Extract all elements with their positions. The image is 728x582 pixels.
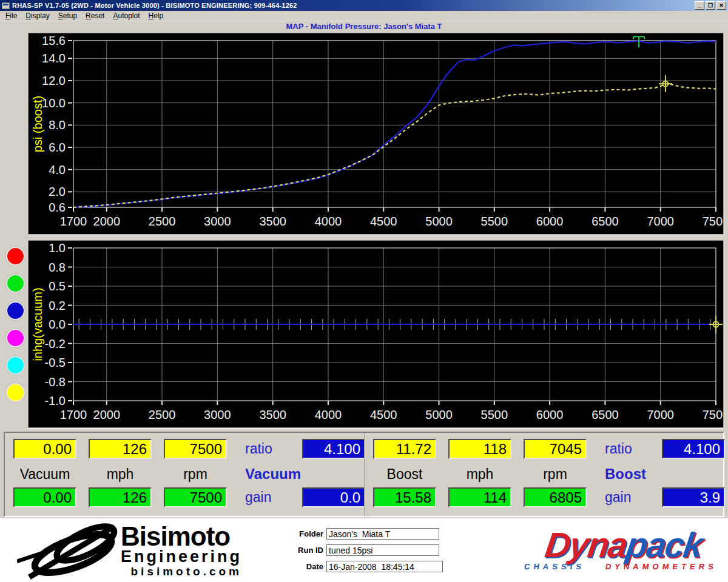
boost-group-title: Boost xyxy=(599,466,650,483)
window-title: RHAS-SP V1.7-05 (2WD - Motor Vehicle 300… xyxy=(12,2,297,9)
run-color-selector xyxy=(6,247,27,410)
vacuum-green-value: 0.00 xyxy=(13,487,76,507)
vacuum-ylabel: inhg(vacuum) xyxy=(31,287,44,361)
menu-setup[interactable]: Setup xyxy=(54,11,81,21)
svg-text:2500: 2500 xyxy=(149,215,176,228)
boost-plot: 15.614.012.010.08.06.04.02.00.6170020002… xyxy=(29,33,723,234)
boost-col-label: Boost xyxy=(373,466,436,483)
svg-text:0.2: 0.2 xyxy=(49,299,66,312)
boost-green-value: 15.58 xyxy=(373,487,436,507)
menu-display[interactable]: Display xyxy=(21,11,53,21)
date-label: Date xyxy=(292,562,323,571)
bisimoto-sub: Engineering xyxy=(121,549,242,565)
boost-previous-run xyxy=(73,84,716,207)
svg-text:2.0: 2.0 xyxy=(49,185,66,198)
svg-text:-0.2: -0.2 xyxy=(45,337,66,350)
bisimoto-logo: Bisimoto Engineering bisimoto.com xyxy=(17,521,287,580)
menu-file[interactable]: File xyxy=(1,11,21,21)
svg-text:-0.8: -0.8 xyxy=(45,375,66,389)
vacuum-ratio-label: ratio xyxy=(239,441,290,457)
svg-text:6000: 6000 xyxy=(536,215,564,228)
menu-autoplot[interactable]: Autoplot xyxy=(109,11,144,21)
svg-text:7000: 7000 xyxy=(647,215,674,228)
svg-text:4.0: 4.0 xyxy=(49,163,66,176)
svg-text:4000: 4000 xyxy=(315,408,342,421)
svg-text:0.5: 0.5 xyxy=(49,279,66,293)
run-id-input[interactable] xyxy=(326,544,439,556)
dynapack-subtitle: CHASSIS DYNAMOMETERS xyxy=(524,562,718,571)
dynapack-word2: pack xyxy=(624,525,705,564)
readout-panel: 0.00 126 7500 ratio 4.100 Vacuum mph rpm… xyxy=(4,432,724,517)
svg-text:5000: 5000 xyxy=(425,408,453,421)
bisimoto-wordmark: Bisimoto Engineering bisimoto.com xyxy=(121,523,242,577)
vacuum-yellow-value: 0.00 xyxy=(13,439,76,459)
dot-blue-button[interactable] xyxy=(6,301,25,320)
mph-col-label: mph xyxy=(89,466,152,483)
svg-text:7500: 7500 xyxy=(703,408,723,421)
app-icon xyxy=(2,2,10,9)
vacuum-gain-value: 0.0 xyxy=(302,487,365,507)
vacuum-yellow-mph: 126 xyxy=(89,439,152,459)
close-button[interactable]: ✕ xyxy=(716,1,726,10)
svg-text:4500: 4500 xyxy=(370,408,397,421)
boost-gain-value: 3.9 xyxy=(662,487,725,507)
svg-text:6000: 6000 xyxy=(536,408,564,421)
svg-text:0.8: 0.8 xyxy=(49,261,66,274)
svg-text:10.0: 10.0 xyxy=(42,96,66,110)
svg-text:1.0: 1.0 xyxy=(49,241,66,255)
bisimoto-name: Bisimoto xyxy=(121,523,242,550)
vacuum-plot: 1.00.80.50.20.0-0.2-0.5-0.8-1.0170020002… xyxy=(29,241,723,427)
boost-ylabel: psi (boost) xyxy=(31,96,44,152)
bisimoto-swoosh-icon xyxy=(17,521,129,580)
menu-help[interactable]: Help xyxy=(144,11,168,21)
boost-green-rpm: 6805 xyxy=(524,487,587,507)
menubar: File Display Setup Reset Autoplot Help xyxy=(0,11,728,21)
boost-chart[interactable]: 15.614.012.010.08.06.04.02.00.6170020002… xyxy=(28,33,724,235)
vacuum-ratio-value: 4.100 xyxy=(302,439,365,459)
svg-text:6500: 6500 xyxy=(592,408,619,421)
svg-text:0.6: 0.6 xyxy=(49,201,66,214)
date-input[interactable] xyxy=(326,561,443,572)
restore-button[interactable]: ❐ xyxy=(706,1,715,10)
minimize-button[interactable]: _ xyxy=(695,1,704,10)
dot-green-button[interactable] xyxy=(6,274,25,293)
svg-text:4000: 4000 xyxy=(315,215,342,228)
vacuum-gain-label: gain xyxy=(239,489,290,506)
svg-text:7000: 7000 xyxy=(647,408,674,421)
dynapack-chassis: CHASSIS xyxy=(524,562,585,571)
svg-text:0.0: 0.0 xyxy=(49,318,66,331)
vacuum-chart[interactable]: 1.00.80.50.20.0-0.2-0.5-0.8-1.0170020002… xyxy=(28,240,724,428)
boost-readout-group: 11.72 118 7045 ratio 4.100 Boost mph rpm… xyxy=(364,433,723,516)
vacuum-yellow-cursor xyxy=(709,316,723,333)
rpm-col-label: rpm xyxy=(164,466,227,483)
svg-text:2000: 2000 xyxy=(93,215,121,228)
svg-text:3500: 3500 xyxy=(259,215,286,228)
svg-text:-1.0: -1.0 xyxy=(45,394,66,407)
svg-text:6.0: 6.0 xyxy=(49,141,66,154)
dot-magenta-button[interactable] xyxy=(6,329,25,347)
footer: Bisimoto Engineering bisimoto.com Folder… xyxy=(0,518,728,582)
boost-current-run xyxy=(73,41,716,207)
boost-green-mph: 114 xyxy=(448,487,511,507)
dynapack-wordmark: Dynapack xyxy=(525,529,723,561)
boost-yellow-cursor xyxy=(659,75,672,92)
boost-yellow-value: 11.72 xyxy=(373,439,436,459)
menu-reset[interactable]: Reset xyxy=(81,11,109,21)
vacuum-col-label: Vacuum xyxy=(13,466,76,483)
dot-red-button[interactable] xyxy=(6,247,25,266)
dot-yellow-button[interactable] xyxy=(6,383,25,402)
dynapack-word1: Dyna xyxy=(543,525,630,564)
svg-text:14.0: 14.0 xyxy=(42,52,66,65)
folder-label: Folder xyxy=(292,529,323,538)
dot-cyan-button[interactable] xyxy=(6,356,25,375)
vacuum-green-mph: 126 xyxy=(89,487,152,507)
run-id-label: Run ID xyxy=(292,546,323,555)
boost-ratio-value: 4.100 xyxy=(662,439,725,459)
vacuum-green-rpm: 7500 xyxy=(164,487,227,507)
folder-input[interactable] xyxy=(326,528,439,540)
svg-text:3500: 3500 xyxy=(259,408,286,421)
mph-col-label: mph xyxy=(448,466,511,483)
svg-text:5500: 5500 xyxy=(481,408,508,421)
vacuum-yellow-rpm: 7500 xyxy=(164,439,227,459)
boost-ratio-label: ratio xyxy=(599,441,650,457)
